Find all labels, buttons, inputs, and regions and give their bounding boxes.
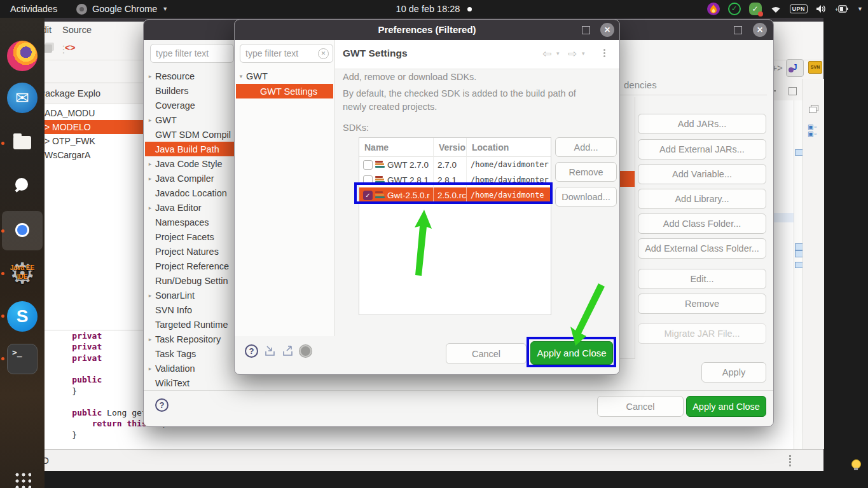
- cancel-button[interactable]: Cancel: [597, 396, 684, 417]
- tree-item-label: Task Repository: [155, 334, 221, 344]
- chevron-down-icon: ▼: [162, 6, 168, 12]
- expand-arrow-icon[interactable]: ▸: [145, 73, 155, 79]
- tree-item-label: GWT SDM Compil: [155, 130, 231, 140]
- wifi-icon[interactable]: [770, 4, 782, 13]
- panel-description: Add, remove or download SDKs.: [343, 72, 476, 82]
- remove-button[interactable]: Remove: [638, 294, 766, 314]
- system-menu-chevron-icon[interactable]: ▼: [857, 6, 863, 12]
- import-icon[interactable]: [264, 344, 277, 357]
- battery-icon[interactable]: +: [835, 4, 849, 13]
- tab-label-fragment[interactable]: dencies: [624, 79, 657, 90]
- back-dropdown-icon[interactable]: ▾: [556, 50, 560, 57]
- menu-source[interactable]: Source: [62, 25, 92, 35]
- forward-dropdown-icon[interactable]: ▾: [582, 50, 585, 57]
- add-variable-button[interactable]: Add Variable...: [638, 164, 766, 184]
- java-perspective-icon[interactable]: J: [786, 59, 804, 77]
- apply-button[interactable]: Apply: [701, 362, 766, 383]
- maximize-icon[interactable]: [734, 26, 742, 34]
- gwt-compile-icon[interactable]: <>: [65, 43, 75, 53]
- panel-title: GWT Settings: [343, 48, 408, 59]
- top-panel: Actividades Google Chrome ▼ 10 de feb 18…: [0, 0, 868, 18]
- flameshot-tray-icon[interactable]: [707, 3, 720, 15]
- activities-button[interactable]: Actividades: [10, 0, 57, 18]
- expand-arrow-icon[interactable]: ▸: [145, 161, 155, 167]
- firefox-icon[interactable]: [7, 41, 38, 71]
- terminal-icon[interactable]: >_: [7, 344, 38, 374]
- sdk-table-row[interactable]: GWT 2.7.02.7.0/home/davidmonter: [359, 157, 551, 172]
- messaging-tray-icon[interactable]: ✓: [749, 3, 762, 15]
- expand-arrow-icon[interactable]: ▸: [145, 365, 155, 372]
- clock[interactable]: 10 de feb 18:28: [396, 4, 460, 14]
- dialog-title: Preferences (Filtered): [378, 24, 476, 35]
- migrate-jar-file-button[interactable]: Migrate JAR File...: [638, 323, 766, 344]
- skype-icon[interactable]: S: [7, 301, 38, 332]
- export-icon[interactable]: [282, 344, 294, 357]
- apply-and-close-button[interactable]: Apply and Close: [686, 396, 766, 417]
- record-preferences-icon[interactable]: [300, 345, 312, 357]
- add-library-button[interactable]: Add Library...: [638, 189, 766, 209]
- maximize-icon[interactable]: [582, 26, 590, 34]
- panel-maximize-icon[interactable]: [789, 87, 797, 95]
- sdk-icon: [375, 161, 385, 168]
- back-nav-icon[interactable]: ⇦: [542, 47, 551, 60]
- sdk-checkbox[interactable]: [363, 160, 373, 170]
- help-icon[interactable]: ?: [245, 344, 258, 358]
- expand-arrow-icon[interactable]: ▸: [145, 292, 155, 299]
- expanded-arrow-icon[interactable]: ▼: [236, 74, 246, 79]
- tree-item-label: Namespaces: [155, 217, 209, 227]
- app-grid-icon[interactable]: [13, 470, 31, 488]
- column-header-location[interactable]: Location: [467, 138, 551, 157]
- clear-filter-icon[interactable]: ✕: [318, 48, 329, 59]
- column-header-version[interactable]: Versio: [434, 138, 467, 157]
- tree-item-label: WikiText: [155, 378, 189, 388]
- close-icon[interactable]: ✕: [600, 23, 614, 37]
- close-icon[interactable]: ✕: [753, 23, 767, 37]
- thunderbird-icon[interactable]: ✉: [7, 83, 38, 113]
- help-icon[interactable]: ?: [155, 398, 169, 412]
- tree-item-label: Java Compiler: [155, 173, 214, 184]
- selected-library-fragment[interactable]: [619, 171, 635, 187]
- add-button[interactable]: Add...: [555, 137, 617, 157]
- library-list-edge: [635, 97, 635, 358]
- svn-icon[interactable]: SVN: [808, 61, 822, 74]
- tree-item-label: Java Build Path: [155, 144, 219, 154]
- app-menu[interactable]: Google Chrome ▼: [76, 0, 168, 18]
- sdks-label: SDKs:: [343, 123, 369, 133]
- forward-nav-icon[interactable]: ⇨: [568, 47, 577, 60]
- sdk-location: /home/davidmonter: [467, 157, 551, 172]
- properties-tree-item[interactable]: WikiText: [145, 376, 263, 390]
- column-header-name[interactable]: Name: [359, 138, 434, 157]
- tree-item-gwt[interactable]: ▼ GWT: [236, 69, 333, 83]
- filter-input[interactable]: [150, 44, 234, 63]
- preferences-dialog-titlebar[interactable]: Preferences (Filtered) ✕: [235, 20, 619, 40]
- download-button[interactable]: Download...: [555, 187, 617, 207]
- project-label: WsCargarA: [45, 150, 90, 160]
- tree-item-gwt-settings[interactable]: GWT Settings: [236, 84, 333, 98]
- expand-arrow-icon[interactable]: ▸: [145, 205, 155, 211]
- vpn-indicator[interactable]: UPN: [790, 4, 808, 13]
- sdk-version: 2.7.0: [434, 157, 467, 172]
- timeshift-tray-icon[interactable]: ✓: [728, 3, 741, 15]
- add-external-class-folder-button[interactable]: Add External Class Folder...: [638, 238, 766, 259]
- restore-view-icon[interactable]: [809, 107, 816, 113]
- volume-icon[interactable]: [816, 4, 827, 13]
- add-external-jars-button[interactable]: Add External JARs...: [638, 139, 766, 159]
- cancel-button[interactable]: Cancel: [446, 343, 527, 364]
- tree-item-label: Project Facets: [155, 232, 214, 242]
- add-class-folder-button[interactable]: Add Class Folder...: [638, 214, 766, 234]
- project-label: > OTP_FWK: [45, 136, 95, 146]
- remove-button[interactable]: Remove: [555, 162, 617, 182]
- expand-arrow-icon[interactable]: ▸: [145, 175, 155, 182]
- edit-button[interactable]: Edit...: [638, 269, 766, 289]
- view-menu-icon[interactable]: [603, 49, 605, 57]
- add-jars-button[interactable]: Add JARs...: [638, 114, 766, 134]
- svg-text:+: +: [835, 6, 838, 13]
- tree-item-label: GWT: [155, 115, 177, 125]
- save-all-icon[interactable]: [43, 44, 52, 53]
- java-ee-ide-icon[interactable]: ⚙ Java EE IDE: [7, 258, 38, 288]
- sdk-table[interactable]: Name Versio Location GWT 2.7.02.7.0/home…: [359, 137, 551, 315]
- expand-arrow-icon[interactable]: ▸: [145, 117, 155, 123]
- project-label: > MODELO: [45, 122, 91, 132]
- outline-view-icon[interactable]: ▣▫▣▫: [808, 123, 817, 137]
- expand-arrow-icon[interactable]: ▸: [145, 336, 155, 342]
